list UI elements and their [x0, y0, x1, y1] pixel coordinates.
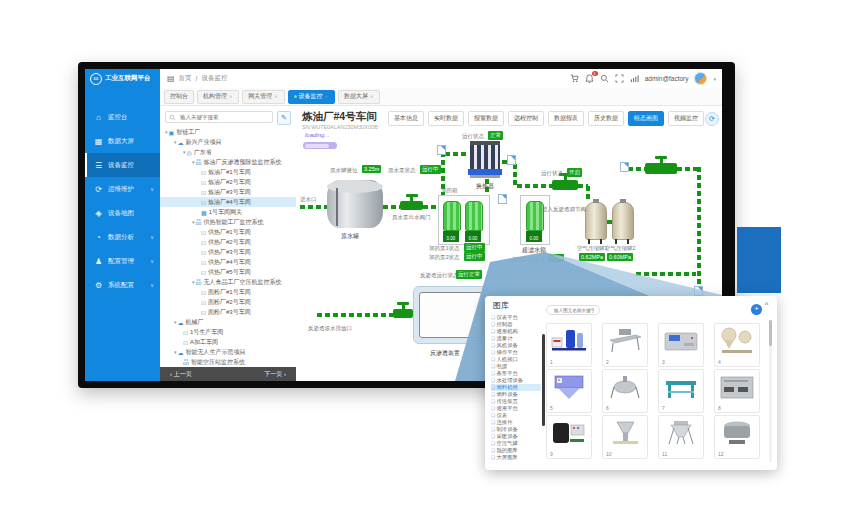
- stage: ш 工业互联网平台 ▤ 首页 / 设备监控 1: [0, 0, 859, 527]
- conveyor-hopper-image: [606, 326, 644, 356]
- ops-icon: ⟳: [94, 185, 103, 194]
- gallery-item-industrial-oven[interactable]: 3: [658, 323, 704, 367]
- tree-node[interactable]: ⊡面粉厂#2号车间: [160, 297, 297, 307]
- tree-edit-button[interactable]: ✎: [277, 111, 291, 125]
- diagram-uf-level-label: 超滤水箱液位: [512, 256, 545, 263]
- gallery-item-chiller-unit[interactable]: 9: [546, 415, 592, 459]
- gallery-item-vent-machine[interactable]: 8: [714, 369, 760, 413]
- sidebar-item-8[interactable]: ⚙系统配置∨: [85, 273, 160, 297]
- tree-node-label: 面粉厂#2号车间: [208, 298, 251, 307]
- tree-node[interactable]: ▾品无人食品工厂空压机监控系统: [160, 277, 297, 287]
- tree-node-label: 炼油厂#4号车间: [208, 198, 251, 207]
- water-treatment-station-image: [550, 326, 588, 356]
- tab-label: 机构管理: [203, 92, 227, 101]
- tree-node-label: 智能无人生产示范项目: [186, 348, 246, 357]
- gallery-item-water-treatment-station[interactable]: 1: [546, 323, 592, 367]
- tab-label: 设备监控: [299, 92, 323, 101]
- tree-node[interactable]: ⊡A加工车间: [160, 337, 297, 347]
- diagram-inlet-label: 进水口: [300, 196, 317, 203]
- tree-node[interactable]: ⊡面粉厂#3号车间: [160, 307, 297, 317]
- diagram-uf-level-value: 2.8m: [548, 254, 564, 262]
- fullscreen-icon[interactable]: [615, 74, 624, 83]
- collapse-menu-icon[interactable]: ▤: [167, 74, 175, 83]
- tree-node[interactable]: 品智能空压站监控系统: [160, 357, 297, 367]
- gallery-item-number: 5: [550, 405, 553, 411]
- gallery-item-cyclone-separators[interactable]: 4: [714, 323, 760, 367]
- gallery-item-feeder-hopper[interactable]: 10: [602, 415, 648, 459]
- tree-caret-icon: ▾: [192, 159, 195, 165]
- tab-1[interactable]: 控制台: [164, 90, 194, 104]
- sidebar-item-5[interactable]: ◈设备地图: [85, 201, 160, 225]
- gallery-item-hopper-stand[interactable]: 11: [658, 415, 704, 459]
- tree-node[interactable]: ⊡供热厂#3号车间: [160, 247, 297, 257]
- user-name[interactable]: admin@factory: [645, 75, 689, 82]
- breadcrumb-home[interactable]: 首页: [179, 74, 192, 83]
- diagram-ro-status-label: 反渗透运行状态: [420, 272, 459, 279]
- gallery-item-mixing-kettle[interactable]: 6: [602, 369, 648, 413]
- tree-node-label: 炼油厂#3号车间: [208, 188, 251, 197]
- gallery-item-vibrating-sieve[interactable]: 12: [714, 415, 760, 459]
- sidebar-item-label: 系统配置: [108, 281, 134, 290]
- sidebar-item-3[interactable]: ☰设备监控: [85, 153, 160, 177]
- tree-node-label: 供热厂#3号车间: [208, 248, 251, 257]
- tree-node[interactable]: ⊡炼油厂#2号车间: [160, 177, 297, 187]
- tree-node[interactable]: ▾☁智能无人生产示范项目: [160, 347, 297, 357]
- diagram-dosing-label: 加药箱: [441, 187, 458, 194]
- device-tree-panel: ✎ ▾▣智链工厂▾☁新兴产业项目▾◎广东省▾品炼油厂反渗透预除盐监控系统⊡炼油厂…: [160, 106, 297, 381]
- diagram-air-tank2-label: 空气压缩罐2: [605, 245, 636, 252]
- tab-4[interactable]: 设备监控∨: [288, 90, 335, 104]
- gallery-scrollbar[interactable]: [769, 320, 772, 346]
- tab-label: 数据大屏: [344, 92, 368, 101]
- gallery-item-number: 7: [662, 405, 665, 411]
- signal-icon[interactable]: [630, 74, 639, 83]
- tree-rows: ▾▣智链工厂▾☁新兴产业项目▾◎广东省▾品炼油厂反渗透预除盐监控系统⊡炼油厂#1…: [160, 127, 296, 367]
- cart-icon[interactable]: [570, 74, 579, 83]
- sidebar-item-6[interactable]: ◔数据分析∨: [85, 225, 160, 249]
- feeder-hopper-image: [606, 418, 644, 448]
- tree-node-label: 广东省: [194, 148, 212, 157]
- gallery-item-hopper-machine[interactable]: 5: [546, 369, 592, 413]
- tree-search-box[interactable]: [165, 111, 273, 123]
- gallery-item-work-table[interactable]: 7: [658, 369, 704, 413]
- user-menu-caret-icon[interactable]: ▾: [713, 76, 716, 82]
- tree-node[interactable]: ▾▣智链工厂: [160, 127, 297, 137]
- search-icon[interactable]: [600, 74, 609, 83]
- user-avatar[interactable]: [694, 72, 707, 85]
- sidebar-item-2[interactable]: ▦数据大屏: [85, 129, 160, 153]
- tab-2[interactable]: 机构管理∨: [197, 90, 239, 104]
- gallery-item-number: 9: [550, 451, 553, 457]
- tree-node[interactable]: ▾◎广东省: [160, 147, 297, 157]
- sidebar-item-7[interactable]: ♟配置管理∨: [85, 249, 160, 273]
- tree-node[interactable]: ⊡供热厂#4号车间: [160, 257, 297, 267]
- tree-prev-button[interactable]: ‹ 上一页: [170, 370, 192, 379]
- tree-node[interactable]: ⊡供热厂#5号车间: [160, 267, 297, 277]
- tab-label: 网关管理: [248, 92, 272, 101]
- ws-icon: ⊡: [201, 169, 206, 176]
- tree-node-label: 机械厂: [186, 318, 204, 327]
- tree-node[interactable]: ⊡炼油厂#3号车间: [160, 187, 297, 197]
- net-icon: 品: [196, 278, 202, 287]
- tree-node[interactable]: ⊡供热厂#2号车间: [160, 237, 297, 247]
- sidebar-item-1[interactable]: ⌂监控台: [85, 105, 160, 129]
- tree-node[interactable]: ⊡1号生产车间: [160, 327, 297, 337]
- gallery-item-conveyor-hopper[interactable]: 2: [602, 323, 648, 367]
- tab-5[interactable]: 数据大屏∨: [338, 90, 380, 104]
- notification-bell-icon[interactable]: 1: [585, 74, 594, 83]
- tree-node[interactable]: ▩1号车间网关: [160, 207, 297, 217]
- tree-node[interactable]: ⊡供热厂#1号车间: [160, 227, 297, 237]
- tree-node[interactable]: ▾品炼油厂反渗透预除盐监控系统: [160, 157, 297, 167]
- tab-active-dot: [294, 95, 297, 98]
- diagram-exchanger-label: 换热器: [476, 182, 494, 191]
- tree-next-button[interactable]: 下一页 ›: [264, 370, 286, 379]
- net-icon: 品: [196, 158, 202, 167]
- tree-node[interactable]: ▾品供热智能工厂监控系统: [160, 217, 297, 227]
- sidebar-item-4[interactable]: ⟳运维维护∨: [85, 177, 160, 201]
- tab-3[interactable]: 网关管理∨: [242, 90, 284, 104]
- tree-node[interactable]: ⊡面粉厂#1号车间: [160, 287, 297, 297]
- tree-node[interactable]: ▾☁新兴产业项目: [160, 137, 297, 147]
- tree-search-input[interactable]: [178, 113, 272, 121]
- tree-node[interactable]: ▾☁机械厂: [160, 317, 297, 327]
- tree-node-label: 面粉厂#1号车间: [208, 288, 251, 297]
- tree-node[interactable]: ⊡炼油厂#1号车间: [160, 167, 297, 177]
- tree-node[interactable]: ⊡炼油厂#4号车间: [160, 197, 297, 207]
